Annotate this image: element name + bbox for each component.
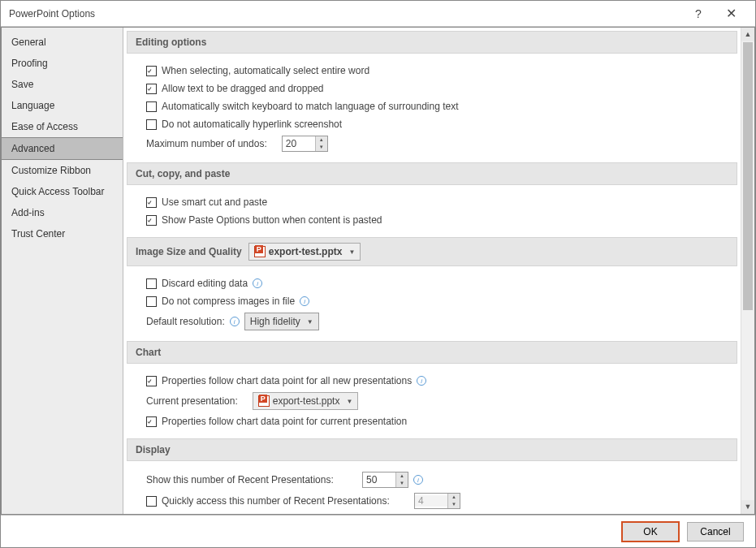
- label-auto-keyboard: Automatically switch keyboard to match l…: [162, 101, 459, 112]
- vertical-scrollbar[interactable]: ▲ ▼: [741, 28, 754, 514]
- options-dialog: PowerPoint Options ? ✕ General Proofing …: [0, 0, 756, 548]
- sidebar-item-quick-access[interactable]: Quick Access Toolbar: [2, 181, 123, 202]
- chevron-down-icon: ▼: [343, 398, 356, 405]
- sidebar-item-language[interactable]: Language: [2, 95, 123, 116]
- scroll-down-icon[interactable]: ▼: [741, 500, 754, 514]
- spinner-up-icon: ▲: [448, 494, 460, 501]
- label-chart-current: Properties follow chart data point for c…: [162, 416, 407, 427]
- spinner-recent-presentations[interactable]: ▲▼: [362, 472, 408, 488]
- label-recent-presentations: Show this number of Recent Presentations…: [146, 474, 357, 485]
- info-icon[interactable]: [253, 278, 262, 288]
- dialog-footer: OK Cancel: [1, 515, 755, 547]
- label-no-hyperlink: Do not automatically hyperlink screensho…: [162, 119, 342, 130]
- label-no-compress: Do not compress images in file: [162, 296, 295, 307]
- sidebar-item-save[interactable]: Save: [2, 74, 123, 95]
- label-drag-drop: Allow text to be dragged and dropped: [162, 83, 323, 94]
- sidebar-item-general[interactable]: General: [2, 32, 123, 53]
- info-icon[interactable]: [300, 296, 309, 306]
- checkbox-chart-current[interactable]: [146, 416, 157, 427]
- section-header-cutcopy: Cut, copy, and paste: [127, 162, 737, 185]
- spinner-down-icon[interactable]: ▼: [396, 480, 408, 487]
- spinner-down-icon: ▼: [448, 501, 460, 508]
- section-header-display: Display: [127, 438, 737, 461]
- scroll-thumb[interactable]: [743, 42, 753, 310]
- dialog-title: PowerPoint Options: [9, 8, 682, 19]
- checkbox-smart-cut[interactable]: [146, 197, 157, 208]
- spinner-up-icon[interactable]: ▲: [316, 136, 327, 144]
- section-header-editing: Editing options: [127, 31, 737, 54]
- section-header-image: Image Size and Quality export-test.pptx …: [127, 237, 737, 266]
- section-header-image-text: Image Size and Quality: [136, 246, 242, 257]
- label-smart-cut: Use smart cut and paste: [162, 196, 267, 208]
- input-quick-access: [415, 495, 447, 507]
- label-paste-options: Show Paste Options button when content i…: [162, 214, 382, 226]
- label-quick-access-recent: Quickly access this number of Recent Pre…: [162, 495, 409, 507]
- checkbox-paste-options[interactable]: [146, 215, 157, 226]
- scroll-content: Editing options When selecting, automati…: [123, 28, 741, 514]
- checkbox-chart-all-new[interactable]: [146, 376, 157, 386]
- input-max-undos[interactable]: [283, 138, 315, 149]
- titlebar: PowerPoint Options ? ✕: [1, 1, 755, 27]
- checkbox-drag-drop[interactable]: [146, 84, 157, 94]
- checkbox-no-hyperlink[interactable]: [146, 119, 157, 130]
- label-discard-editing: Discard editing data: [162, 278, 248, 289]
- spinner-up-icon[interactable]: ▲: [396, 472, 408, 480]
- label-default-resolution: Default resolution:: [146, 316, 225, 327]
- sidebar-item-ease-of-access[interactable]: Ease of Access: [2, 116, 123, 137]
- main-panel: Editing options When selecting, automati…: [123, 28, 754, 514]
- checkbox-no-compress[interactable]: [146, 296, 157, 307]
- sidebar: General Proofing Save Language Ease of A…: [2, 28, 123, 514]
- checkbox-quick-access-recent[interactable]: [146, 496, 157, 507]
- dropdown-image-file-text: export-test.pptx: [269, 246, 343, 257]
- label-select-word: When selecting, automatically select ent…: [162, 65, 369, 76]
- cancel-button[interactable]: Cancel: [687, 522, 744, 542]
- close-icon[interactable]: ✕: [715, 6, 747, 21]
- info-icon[interactable]: [230, 317, 240, 326]
- info-icon[interactable]: [417, 376, 426, 386]
- label-current-presentation: Current presentation:: [146, 395, 238, 407]
- help-icon[interactable]: ?: [682, 7, 715, 20]
- dropdown-default-resolution-text: High fidelity: [250, 316, 300, 327]
- spinner-quick-access: ▲▼: [414, 493, 460, 509]
- spinner-max-undos[interactable]: ▲▼: [282, 136, 328, 152]
- scroll-up-icon[interactable]: ▲: [741, 28, 754, 41]
- sidebar-item-proofing[interactable]: Proofing: [2, 53, 123, 74]
- powerpoint-file-icon: [258, 395, 270, 407]
- chevron-down-icon: ▼: [304, 318, 317, 326]
- dropdown-current-presentation[interactable]: export-test.pptx ▼: [253, 392, 359, 410]
- input-recent-presentations[interactable]: [363, 474, 395, 485]
- spinner-down-icon[interactable]: ▼: [316, 144, 327, 151]
- info-icon[interactable]: [413, 475, 423, 485]
- label-max-undos: Maximum number of undos:: [146, 138, 267, 149]
- sidebar-item-trust-center[interactable]: Trust Center: [2, 223, 123, 244]
- checkbox-select-word[interactable]: [146, 66, 157, 76]
- checkbox-auto-keyboard[interactable]: [146, 101, 157, 112]
- dropdown-default-resolution[interactable]: High fidelity ▼: [244, 313, 319, 330]
- chevron-down-icon: ▼: [345, 248, 358, 256]
- dropdown-image-file[interactable]: export-test.pptx ▼: [248, 243, 361, 261]
- dropdown-current-presentation-text: export-test.pptx: [273, 395, 340, 407]
- checkbox-discard-editing[interactable]: [146, 278, 157, 289]
- sidebar-item-addins[interactable]: Add-ins: [2, 202, 123, 223]
- sidebar-item-advanced[interactable]: Advanced: [2, 137, 123, 160]
- ok-button[interactable]: OK: [622, 522, 679, 542]
- dialog-body: General Proofing Save Language Ease of A…: [1, 27, 755, 515]
- powerpoint-file-icon: [254, 246, 266, 257]
- section-header-chart: Chart: [127, 341, 737, 364]
- sidebar-item-customize-ribbon[interactable]: Customize Ribbon: [2, 160, 123, 181]
- label-chart-all-new: Properties follow chart data point for a…: [162, 375, 412, 386]
